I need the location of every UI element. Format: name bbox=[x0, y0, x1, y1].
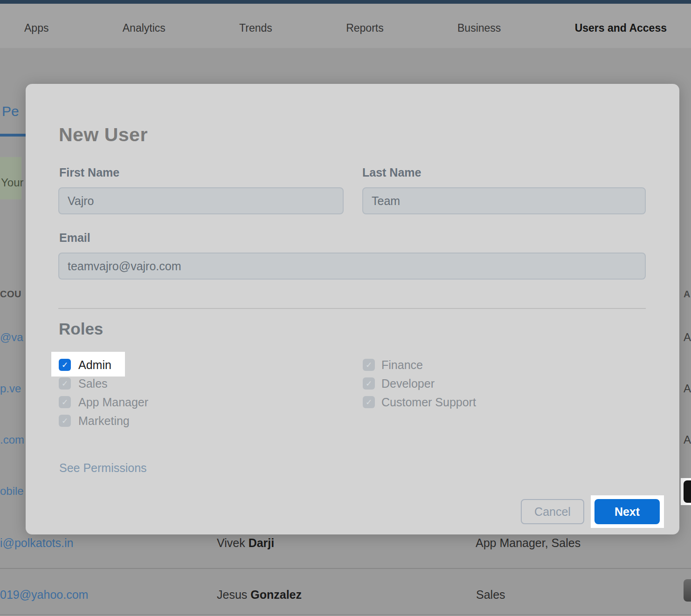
row-divider bbox=[0, 568, 691, 569]
nav-item-reports[interactable]: Reports bbox=[346, 22, 384, 34]
user-roles: App Manager, Sales bbox=[476, 536, 580, 550]
role-label-sales: Sales bbox=[78, 377, 108, 390]
checkmark-icon: ✓ bbox=[366, 398, 372, 406]
email-label: Email bbox=[59, 231, 90, 245]
roles-heading: Roles bbox=[59, 320, 103, 338]
user-first-name: Jesus bbox=[217, 588, 250, 601]
user-first-name: Vivek bbox=[217, 536, 249, 549]
nav-item-business[interactable]: Business bbox=[457, 22, 501, 34]
main-nav: Apps Analytics Trends Reports Business U… bbox=[0, 4, 691, 48]
role-label-finance: Finance bbox=[381, 358, 423, 371]
first-name-label: First Name bbox=[59, 166, 119, 179]
email-link-fragment: p.ve bbox=[0, 382, 21, 395]
app-icon bbox=[684, 480, 691, 503]
first-name-input[interactable] bbox=[58, 187, 344, 214]
new-user-modal: New User First Name Last Name Email Role… bbox=[26, 84, 679, 534]
role-checkbox-admin[interactable]: ✓ bbox=[59, 359, 71, 371]
checkmark-icon: ✓ bbox=[366, 361, 372, 369]
checkmark-icon: ✓ bbox=[62, 417, 68, 425]
email-link-fragment: .com bbox=[0, 433, 24, 446]
role-label-app-manager: App Manager bbox=[78, 396, 148, 409]
apps-column-fragment: A bbox=[684, 433, 691, 446]
checkmark-icon: ✓ bbox=[366, 380, 372, 388]
nav-item-analytics[interactable]: Analytics bbox=[123, 22, 166, 34]
email-input[interactable] bbox=[58, 253, 646, 280]
role-label-marketing: Marketing bbox=[78, 414, 130, 427]
next-button[interactable]: Next bbox=[594, 499, 660, 524]
account-section-fragment: COU bbox=[0, 289, 21, 300]
nav-item-apps[interactable]: Apps bbox=[24, 22, 48, 34]
role-checkbox-app-manager: ✓ bbox=[59, 396, 71, 408]
role-label-customer-support: Customer Support bbox=[381, 396, 476, 409]
last-name-label: Last Name bbox=[362, 166, 421, 179]
screen: Apps Analytics Trends Reports Business U… bbox=[0, 0, 691, 616]
top-bar bbox=[0, 0, 691, 4]
user-last-name: Darji bbox=[249, 536, 275, 549]
apps-column-fragment: A bbox=[684, 331, 691, 344]
role-checkbox-finance: ✓ bbox=[363, 359, 375, 371]
form-divider bbox=[58, 308, 646, 309]
app-icon bbox=[684, 579, 691, 602]
modal-title: New User bbox=[59, 124, 148, 146]
role-checkbox-marketing: ✓ bbox=[59, 415, 71, 427]
email-link-fragment: @va bbox=[0, 331, 23, 344]
banner-text: Your bbox=[1, 176, 27, 189]
checkmark-icon: ✓ bbox=[62, 361, 68, 369]
banner-text-fragment: Your i bbox=[1, 176, 29, 189]
user-email-link[interactable]: 019@yahoo.com bbox=[0, 588, 88, 602]
user-email-link[interactable]: i@polkatots.in bbox=[0, 536, 73, 550]
checkmark-icon: ✓ bbox=[62, 398, 68, 406]
checkmark-icon: ✓ bbox=[62, 380, 68, 388]
nav-item-users-and-access[interactable]: Users and Access bbox=[575, 22, 667, 34]
see-permissions-link[interactable]: See Permissions bbox=[59, 461, 147, 475]
people-tab-underline bbox=[0, 134, 27, 137]
last-name-input[interactable] bbox=[362, 187, 646, 214]
apps-column-fragment: A bbox=[684, 382, 691, 395]
role-label-admin: Admin bbox=[78, 358, 111, 371]
nav-item-trends[interactable]: Trends bbox=[239, 22, 272, 34]
email-link-fragment: obile bbox=[0, 485, 24, 498]
user-name: Vivek Darji bbox=[217, 536, 274, 550]
role-label-developer: Developer bbox=[381, 377, 435, 390]
apps-column-fragment: A bbox=[684, 289, 690, 300]
role-checkbox-developer: ✓ bbox=[363, 377, 375, 390]
people-tab-fragment: Pe bbox=[2, 103, 19, 119]
user-last-name: Gonzalez bbox=[250, 588, 302, 601]
cancel-button[interactable]: Cancel bbox=[521, 499, 584, 524]
role-checkbox-customer-support: ✓ bbox=[363, 396, 375, 408]
user-name: Jesus Gonzalez bbox=[217, 588, 302, 602]
row-divider bbox=[0, 614, 691, 615]
user-roles: Sales bbox=[476, 588, 505, 602]
role-checkbox-sales: ✓ bbox=[59, 377, 71, 390]
